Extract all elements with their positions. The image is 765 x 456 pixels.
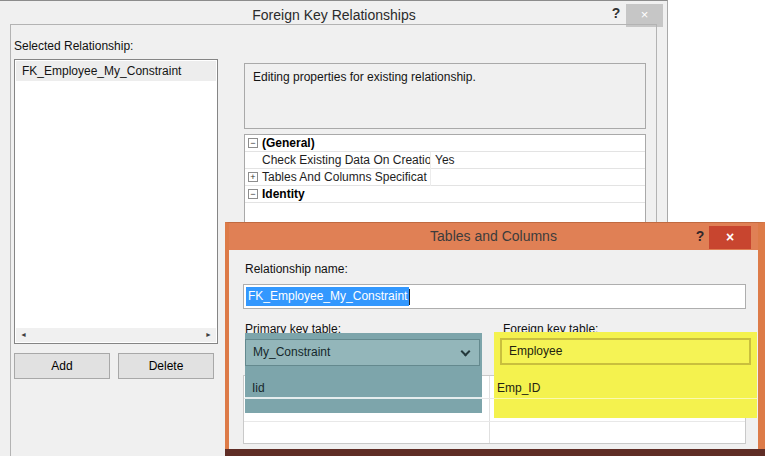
horizontal-scrollbar[interactable]: ◄ ► bbox=[16, 328, 216, 342]
grid-row-general[interactable]: − (General) bbox=[245, 135, 645, 152]
grid-row-check-existing-data[interactable]: Check Existing Data On Creatio Yes bbox=[245, 152, 645, 169]
tc-dialog-titlebar[interactable]: Tables and Columns bbox=[229, 223, 758, 250]
grid-row-identity[interactable]: − Identity bbox=[245, 186, 645, 203]
add-button[interactable]: Add bbox=[14, 353, 110, 379]
grid-name-cell: Tables And Columns Specificat bbox=[261, 169, 431, 186]
window-bottom-edge bbox=[225, 449, 765, 456]
relationship-listbox[interactable]: FK_Employee_My_Constraint ◄ ► bbox=[14, 59, 218, 344]
grid-row-label: Tables And Columns Specificat bbox=[262, 170, 427, 185]
collapse-icon[interactable]: − bbox=[248, 138, 258, 148]
expand-icon[interactable]: + bbox=[248, 172, 258, 182]
primary-key-table-value: My_Constraint bbox=[253, 345, 330, 359]
relationship-description: Editing properties for existing relation… bbox=[244, 63, 646, 129]
grid-row-tables-and-columns-spec[interactable]: + Tables And Columns Specificat bbox=[245, 169, 645, 186]
delete-button[interactable]: Delete bbox=[118, 353, 214, 379]
column-divider bbox=[489, 376, 490, 443]
row-divider bbox=[244, 421, 745, 422]
row-divider bbox=[494, 398, 757, 399]
selected-text: FK_Employee_My_Constraint bbox=[246, 287, 409, 306]
foreign-key-table-value: Employee bbox=[509, 344, 562, 358]
relationship-name-input[interactable]: FK_Employee_My_Constraint bbox=[243, 284, 746, 309]
relationship-name-label: Relationship name: bbox=[245, 262, 348, 276]
grid-row-value[interactable]: Yes bbox=[435, 153, 455, 168]
grid-row-label: (General) bbox=[262, 136, 315, 151]
close-icon[interactable]: × bbox=[709, 226, 751, 249]
tc-dialog-title: Tables and Columns bbox=[229, 228, 758, 244]
property-grid: − (General) Check Existing Data On Creat… bbox=[244, 134, 646, 224]
row-divider bbox=[245, 397, 482, 399]
list-item-relationship[interactable]: FK_Employee_My_Constraint bbox=[16, 61, 216, 81]
grid-name-cell: Check Existing Data On Creatio bbox=[245, 152, 431, 169]
screen: Foreign Key Relationships ? × Selected R… bbox=[0, 0, 765, 456]
grid-row-label: Check Existing Data On Creatio bbox=[262, 153, 431, 168]
help-icon[interactable]: ? bbox=[693, 228, 707, 244]
foreign-key-column-cell[interactable]: Emp_ID bbox=[497, 380, 540, 396]
foreign-key-table-field[interactable]: Employee bbox=[500, 338, 751, 365]
scroll-left-icon[interactable]: ◄ bbox=[16, 328, 31, 342]
help-icon[interactable]: ? bbox=[608, 5, 624, 21]
text-cursor bbox=[409, 289, 410, 305]
fk-dialog-title: Foreign Key Relationships bbox=[0, 7, 668, 23]
grid-row-label: Identity bbox=[262, 187, 305, 202]
scroll-right-icon[interactable]: ► bbox=[201, 328, 216, 342]
selected-relationship-label: Selected Relationship: bbox=[14, 39, 133, 53]
primary-key-column-cell[interactable]: Iid bbox=[252, 380, 265, 396]
tables-and-columns-dialog: Tables and Columns ? × Relationship name… bbox=[225, 222, 765, 456]
chevron-down-icon[interactable] bbox=[461, 347, 471, 357]
collapse-icon[interactable]: − bbox=[248, 189, 258, 199]
primary-key-table-dropdown[interactable]: My_Constraint bbox=[245, 339, 480, 366]
